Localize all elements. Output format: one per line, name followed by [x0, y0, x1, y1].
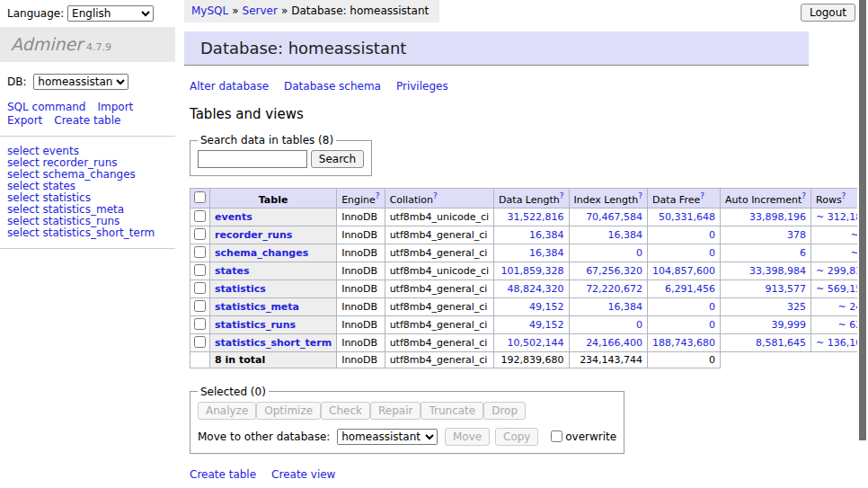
index-length-cell: 67,256,320: [569, 262, 648, 279]
row-checkbox[interactable]: [194, 318, 206, 330]
column-help-link[interactable]: ?: [700, 191, 704, 200]
table-name-cell: recorder_runs: [210, 226, 337, 244]
collation-cell: utf8mb4_general_ci: [385, 333, 493, 351]
table-name-link[interactable]: schema_changes: [215, 247, 308, 259]
data-free-cell: 104,857,600: [648, 262, 721, 279]
auto-increment-cell: 33,898,196: [721, 208, 811, 226]
row-checkbox[interactable]: [194, 300, 206, 312]
row-checkbox-cell: [190, 208, 210, 226]
row-checkbox-cell: [190, 226, 210, 244]
data-free-cell: 50,331,648: [648, 208, 721, 226]
sidebar-divider-bottom: [0, 248, 175, 249]
total-empty-cell: [190, 351, 210, 368]
copy-button[interactable]: Copy: [495, 428, 538, 446]
language-select[interactable]: English: [67, 5, 154, 22]
table-row: statistics_runs InnoDB utf8mb4_general_c…: [190, 315, 868, 333]
sidebar-select-table-link[interactable]: select statistics_short_term: [7, 227, 175, 239]
data-length-cell: 31,522,816: [494, 208, 569, 226]
column-help-link[interactable]: ?: [802, 191, 806, 200]
row-checkbox[interactable]: [194, 210, 206, 222]
table-name-link[interactable]: statistics: [215, 283, 266, 295]
breadcrumb-link-server[interactable]: Server: [243, 4, 278, 17]
app-version[interactable]: 4.7.9: [86, 41, 111, 53]
column-help-link[interactable]: ?: [433, 191, 438, 200]
data-free-cell: 0: [648, 226, 721, 244]
table-row: events InnoDB utf8mb4_unicode_ci 31,522,…: [190, 208, 868, 226]
engine-cell: InnoDB: [337, 262, 385, 279]
select-all-checkbox[interactable]: [194, 191, 206, 203]
selected-action-button[interactable]: Analyze: [198, 402, 256, 420]
table-row: recorder_runs InnoDB utf8mb4_general_ci …: [190, 226, 868, 244]
database-action-link[interactable]: Database schema: [284, 80, 381, 93]
column-help-link[interactable]: ?: [842, 191, 846, 200]
table-row: statistics InnoDB utf8mb4_general_ci 48,…: [190, 279, 868, 297]
brand-box: Adminer4.7.9: [0, 27, 175, 62]
table-name-link[interactable]: events: [215, 211, 252, 223]
auto-increment-cell: 325: [721, 297, 811, 315]
table-name-link[interactable]: statistics_short_term: [215, 337, 332, 349]
column-header-label: Index Length: [574, 194, 639, 206]
sidebar-divider-top: [0, 136, 175, 137]
move-database-select[interactable]: homeassistant: [337, 429, 438, 445]
auto-increment-cell: 913,577: [721, 279, 811, 297]
db-select[interactable]: homeassistant: [33, 74, 128, 90]
table-name-link[interactable]: statistics_meta: [215, 301, 299, 313]
engine-cell: InnoDB: [337, 279, 385, 297]
search-legend: Search data in tables (8): [198, 134, 336, 146]
breadcrumb-separator: »: [232, 4, 238, 17]
overwrite-checkbox[interactable]: [551, 430, 562, 442]
data-free-cell: 6,291,456: [648, 279, 721, 297]
row-checkbox[interactable]: [194, 246, 206, 258]
create-link[interactable]: Create table: [190, 468, 256, 481]
search-input[interactable]: [198, 150, 307, 168]
vertical-scrollbar-thumb[interactable]: [859, 0, 866, 440]
column-help-link[interactable]: ?: [560, 191, 564, 200]
sidebar-action-link[interactable]: Export: [7, 114, 42, 127]
row-checkbox[interactable]: [194, 336, 206, 348]
selected-action-button[interactable]: Check: [321, 402, 370, 420]
breadcrumb-current: Database: homeassistant: [291, 4, 429, 17]
index-length-cell: 24,166,400: [569, 333, 648, 351]
column-header-label: Collation: [390, 194, 433, 206]
row-checkbox[interactable]: [194, 282, 206, 294]
create-links-row: Create tableCreate view: [190, 468, 868, 481]
app-logo[interactable]: Adminer: [11, 34, 83, 54]
selected-action-button[interactable]: Optimize: [256, 402, 321, 420]
column-help-link[interactable]: ?: [638, 191, 642, 200]
index-length-cell: 72,220,672: [569, 279, 648, 297]
table-name-link[interactable]: states: [215, 265, 250, 277]
sidebar-action-links: SQL commandImportExportCreate table: [7, 101, 167, 128]
database-action-link[interactable]: Privileges: [396, 80, 448, 93]
column-help-link[interactable]: ?: [376, 191, 380, 200]
row-checkbox[interactable]: [194, 228, 206, 240]
move-button[interactable]: Move: [445, 428, 490, 446]
auto-increment-cell: 6: [721, 244, 811, 262]
breadcrumb-link-mysql[interactable]: MySQL: [191, 4, 228, 17]
row-checkbox-cell: [190, 333, 210, 351]
collation-cell: utf8mb4_general_ci: [385, 279, 493, 297]
index-length-cell: 0: [569, 244, 648, 262]
search-button[interactable]: Search: [311, 150, 364, 168]
row-checkbox[interactable]: [194, 264, 206, 276]
breadcrumb-separator: »: [281, 4, 288, 17]
collation-cell: utf8mb4_unicode_ci: [385, 208, 493, 226]
create-link[interactable]: Create view: [271, 468, 335, 481]
sidebar-action-link[interactable]: SQL command: [7, 101, 85, 113]
index-length-cell: 16,384: [569, 297, 648, 315]
logout-button[interactable]: Logout: [801, 4, 855, 22]
column-header-label: Engine: [341, 194, 376, 206]
table-row: states InnoDB utf8mb4_unicode_ci 101,859…: [190, 262, 868, 279]
total-engine-cell: InnoDB: [337, 351, 385, 368]
table-name-link[interactable]: recorder_runs: [215, 229, 292, 241]
table-name-link[interactable]: statistics_runs: [215, 319, 296, 331]
sidebar-action-link[interactable]: Create table: [54, 114, 120, 127]
selected-action-button[interactable]: Truncate: [421, 402, 483, 420]
sidebar-action-link[interactable]: Import: [97, 101, 133, 113]
data-free-cell: 0: [648, 315, 721, 333]
database-action-link[interactable]: Alter database: [190, 80, 269, 93]
page-title: Database: homeassistant: [184, 31, 809, 66]
table-name-cell: schema_changes: [210, 244, 337, 262]
selected-action-button[interactable]: Drop: [483, 402, 526, 420]
selected-action-button[interactable]: Repair: [370, 402, 421, 420]
column-header: Auto Increment?: [721, 189, 811, 209]
